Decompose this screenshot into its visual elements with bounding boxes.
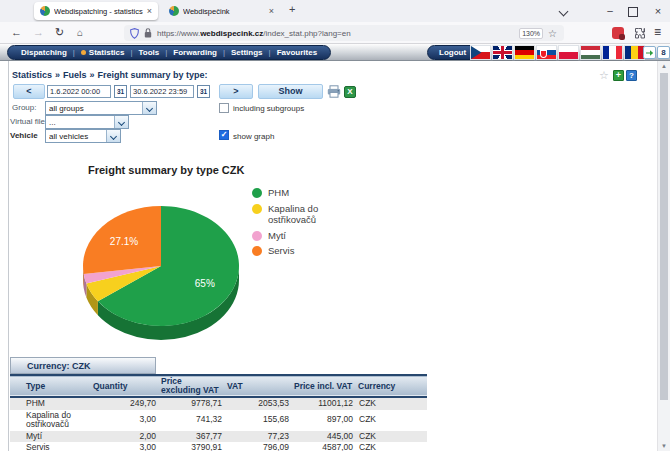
legend-swatch-icon	[252, 246, 262, 256]
cell-1-0: Kapalina do ostřikovačů	[10, 410, 90, 431]
scrollbar-thumb[interactable]	[660, 73, 668, 400]
menu-item-label: Favourites	[277, 48, 317, 57]
virtual-file-select[interactable]: ...	[45, 115, 129, 129]
show-button[interactable]: Show	[258, 84, 323, 99]
menu-separator: |	[223, 48, 225, 57]
table-row[interactable]: Mytí2,00367,7777,23445,00CZK	[10, 431, 427, 443]
calendar-to-icon[interactable]: 31	[197, 85, 210, 98]
tab-title: Webdispečink	[183, 7, 265, 16]
legend-swatch-icon	[252, 231, 262, 241]
flag-hungary-icon[interactable]	[581, 46, 600, 59]
table-row[interactable]: Kapalina do ostřikovačů3,00741,32155,688…	[10, 410, 427, 431]
menu-item-settings[interactable]: Settings	[231, 48, 263, 57]
adblock-extension-icon[interactable]	[612, 27, 624, 39]
vertical-scrollbar[interactable]: ▲ ▼	[657, 61, 670, 451]
zoom-level-indicator[interactable]: 130%	[519, 28, 543, 39]
menu-item-favourites[interactable]: Favourites	[277, 48, 317, 57]
tab-list-chevron-icon[interactable]	[559, 7, 569, 17]
column-header-3[interactable]: VAT	[224, 375, 291, 397]
flag-germany-icon[interactable]	[515, 46, 534, 59]
table-row[interactable]: Servis3,003790,91796,094587,00CZK	[10, 442, 427, 451]
legend-label: Kapalina do ostřikovačů	[268, 203, 347, 226]
back-icon[interactable]: ←	[11, 26, 22, 38]
export-button[interactable]	[643, 46, 656, 59]
show-graph-checkbox[interactable]: ✓	[219, 130, 229, 140]
info-badge-button[interactable]: 8	[657, 46, 670, 59]
close-window-button[interactable]: ×	[646, 0, 670, 22]
table-body: PHM249,709778,712053,5311001,12CZKKapali…	[10, 397, 427, 451]
column-header-4[interactable]: Price incl. VAT	[291, 375, 355, 397]
chevron-down-icon[interactable]	[106, 130, 120, 142]
previous-period-button[interactable]: <	[13, 84, 45, 99]
home-icon[interactable]: ⌂	[77, 27, 83, 38]
add-favorite-button[interactable]: +	[613, 70, 624, 81]
vehicle-select-value: all vehicles	[49, 132, 106, 141]
url-bar[interactable]: https://www.webdispecink.cz/index_stat.p…	[124, 25, 564, 41]
summary-table: TypeQuantityPrice excluding VATVATPrice …	[10, 374, 427, 451]
chevron-down-icon[interactable]	[114, 116, 128, 128]
site-favicon-icon	[40, 6, 50, 16]
chevron-down-icon[interactable]	[142, 102, 156, 114]
calendar-from-icon[interactable]: 31	[114, 85, 127, 98]
cell-2-2: 367,77	[158, 431, 224, 443]
table-header-row: TypeQuantityPrice excluding VATVATPrice …	[10, 375, 427, 397]
menu-item-dispatching[interactable]: Dispatching	[21, 48, 67, 57]
menu-item-statistics[interactable]: Statistics	[81, 48, 125, 57]
column-header-2[interactable]: Price excluding VAT	[158, 375, 224, 397]
column-header-0[interactable]: Type	[10, 375, 90, 397]
new-tab-button[interactable]: +	[289, 3, 295, 15]
flag-slovakia-icon[interactable]	[537, 46, 556, 59]
column-header-5[interactable]: Currency	[355, 375, 427, 397]
close-tab-icon[interactable]: ×	[269, 6, 274, 16]
column-header-1[interactable]: Quantity	[90, 375, 158, 397]
site-favicon-icon	[169, 6, 179, 16]
chart-title: Freight summary by type CZK	[88, 164, 244, 176]
minimize-button[interactable]: –	[598, 0, 622, 22]
forward-icon[interactable]: →	[33, 26, 44, 38]
close-tab-icon[interactable]: ×	[147, 6, 152, 16]
legend-swatch-icon	[252, 188, 262, 198]
flag-poland-icon[interactable]	[559, 46, 578, 59]
browser-tab[interactable]: Webdispatching - statistics×	[34, 2, 158, 20]
bookmark-star-icon[interactable]: ☆	[548, 28, 557, 39]
browser-tab[interactable]: Webdispečink×	[163, 2, 280, 20]
including-subgroups-label: including subgroups	[233, 104, 304, 113]
lock-icon[interactable]	[144, 28, 152, 38]
scroll-down-icon[interactable]: ▼	[658, 443, 670, 449]
flag-uk-icon[interactable]	[493, 46, 512, 59]
tracking-shield-icon[interactable]	[130, 28, 139, 39]
table-row[interactable]: PHM249,709778,712053,5311001,12CZK	[10, 397, 427, 410]
date-from-input[interactable]: 1.6.2022 00:00	[47, 85, 111, 98]
legend-label: Servis	[268, 245, 294, 257]
flag-france-icon[interactable]	[603, 46, 622, 59]
breadcrumb-separator: »	[55, 70, 60, 80]
reload-icon[interactable]: ↻	[55, 26, 64, 39]
favorite-star-icon[interactable]: ☆	[599, 69, 609, 82]
group-select-value: all groups	[49, 104, 142, 113]
currency-tab[interactable]: Currency: CZK	[10, 357, 156, 374]
virtual-file-select-value: ...	[49, 118, 114, 127]
cell-0-5: CZK	[355, 397, 427, 410]
cell-3-3: 796,09	[224, 442, 291, 451]
group-select[interactable]: all groups	[45, 101, 157, 115]
app-menu-icon[interactable]: ≡	[654, 25, 661, 39]
scroll-up-icon[interactable]: ▲	[658, 63, 670, 69]
flag-romania-icon[interactable]	[625, 46, 644, 59]
date-to-input[interactable]: 30.6.2022 23:59	[130, 85, 194, 98]
app-menubar: Dispatching|Statistics|Tools|Forwarding|…	[0, 44, 670, 61]
print-icon[interactable]	[327, 85, 341, 98]
excel-export-icon[interactable]: X	[344, 86, 356, 98]
help-button[interactable]: ?	[626, 70, 637, 81]
cell-2-5: CZK	[355, 431, 427, 443]
breadcrumb-statistics[interactable]: Statistics	[12, 70, 52, 80]
including-subgroups-checkbox[interactable]	[219, 103, 229, 113]
maximize-button[interactable]	[628, 7, 638, 17]
extensions-puzzle-icon[interactable]	[634, 27, 646, 39]
breadcrumb-fuels[interactable]: Fuels	[63, 70, 87, 80]
menu-item-tools[interactable]: Tools	[139, 48, 160, 57]
flag-czech-icon[interactable]	[471, 46, 490, 59]
cell-0-1: 249,70	[90, 397, 158, 410]
next-period-button[interactable]: >	[219, 84, 253, 99]
menu-item-forwarding[interactable]: Forwarding	[173, 48, 217, 57]
vehicle-select[interactable]: all vehicles	[45, 129, 121, 143]
